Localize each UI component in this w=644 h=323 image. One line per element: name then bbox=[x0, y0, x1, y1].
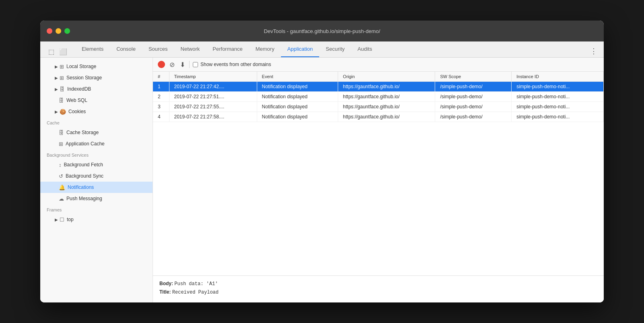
tab-audits[interactable]: Audits bbox=[351, 41, 378, 57]
tabs-bar: ⬚ ⬜ Elements Console Sources Network Per… bbox=[40, 41, 604, 58]
chevron-right-icon: ▶ bbox=[55, 64, 58, 69]
close-button[interactable] bbox=[47, 28, 52, 34]
table-row[interactable]: 32019-07-22 21:27:55....Notification dis… bbox=[153, 102, 604, 112]
col-sw-scope: SW Scope bbox=[435, 72, 512, 82]
detail-title-value: Received Payload bbox=[172, 290, 219, 295]
tab-sources[interactable]: Sources bbox=[142, 41, 174, 57]
table-row[interactable]: 22019-07-22 21:27:51....Notification dis… bbox=[153, 92, 604, 102]
sidebar-item-cookies[interactable]: ▶ 🍪 Cookies bbox=[40, 106, 153, 117]
tab-elements[interactable]: Elements bbox=[75, 41, 110, 57]
col-timestamp: Timestamp bbox=[169, 72, 257, 82]
sidebar-item-cache-storage[interactable]: 🗄 Cache Storage bbox=[40, 127, 153, 138]
record-button[interactable] bbox=[158, 61, 165, 68]
chevron-right-icon: ▶ bbox=[55, 87, 58, 91]
device-toolbar-icon[interactable]: ⬜ bbox=[58, 46, 69, 57]
table-body: 12019-07-22 21:27:42....Notification dis… bbox=[153, 82, 604, 122]
notifications-icon: 🔔 bbox=[59, 184, 65, 190]
clear-button[interactable]: ⊘ bbox=[168, 61, 175, 68]
table-area: # Timestamp Event Origin SW Scope Instan… bbox=[153, 72, 604, 275]
sidebar-item-local-storage[interactable]: ▶ ⊞ Local Storage bbox=[40, 61, 153, 72]
toolbar: ⊘ ⬇ Show events from other domains bbox=[153, 58, 604, 72]
detail-body-value: Push data: 'A1' bbox=[174, 281, 218, 287]
sidebar-item-session-storage[interactable]: ▶ ⊞ Session Storage bbox=[40, 72, 153, 83]
tab-application[interactable]: Application bbox=[281, 41, 320, 57]
tab-console[interactable]: Console bbox=[110, 41, 142, 57]
main-panel: ⊘ ⬇ Show events from other domains # Tim… bbox=[153, 58, 604, 302]
col-num: # bbox=[153, 72, 169, 82]
detail-panel: Body: Push data: 'A1' Title: Received Pa… bbox=[153, 275, 604, 302]
push-messaging-icon: ☁ bbox=[59, 196, 64, 202]
tab-memory[interactable]: Memory bbox=[249, 41, 281, 57]
background-fetch-icon: ↕ bbox=[59, 162, 62, 168]
tab-network[interactable]: Network bbox=[174, 41, 206, 57]
more-options-icon[interactable]: ⋮ bbox=[587, 45, 601, 57]
sidebar-item-top[interactable]: ▶ ☐ top bbox=[40, 214, 153, 225]
window-title: DevTools - gauntface.github.io/simple-pu… bbox=[264, 28, 380, 34]
tab-security[interactable]: Security bbox=[319, 41, 351, 57]
toolbar-separator bbox=[189, 61, 190, 68]
inspect-element-icon[interactable]: ⬚ bbox=[47, 46, 56, 57]
sidebar-item-push-messaging[interactable]: ☁ Push Messaging bbox=[40, 193, 153, 204]
show-events-checkbox-label[interactable]: Show events from other domains bbox=[193, 62, 271, 67]
chevron-right-icon: ▶ bbox=[55, 76, 58, 80]
tabs-right: ⋮ bbox=[587, 45, 601, 57]
chevron-right-icon: ▶ bbox=[55, 110, 58, 114]
cookies-icon: 🍪 bbox=[60, 109, 66, 115]
download-button[interactable]: ⬇ bbox=[179, 61, 186, 68]
sidebar-item-background-fetch[interactable]: ↕ Background Fetch bbox=[40, 159, 153, 170]
show-events-checkbox[interactable] bbox=[193, 62, 198, 67]
background-sync-icon: ↺ bbox=[59, 173, 63, 179]
devtools-window: DevTools - gauntface.github.io/simple-pu… bbox=[40, 21, 604, 302]
devtools-toolbar-icons: ⬚ ⬜ bbox=[43, 46, 72, 57]
cache-section-header: Cache bbox=[40, 117, 153, 127]
table-row[interactable]: 42019-07-22 21:27:58....Notification dis… bbox=[153, 112, 604, 122]
sidebar-item-indexeddb[interactable]: ▶ 🗄 IndexedDB bbox=[40, 83, 153, 95]
application-cache-icon: ⊞ bbox=[59, 141, 63, 147]
sidebar-item-application-cache[interactable]: ⊞ Application Cache bbox=[40, 138, 153, 149]
frames-section-header: Frames bbox=[40, 204, 153, 214]
sidebar: ▶ ⊞ Local Storage ▶ ⊞ Session Storage ▶ … bbox=[40, 58, 153, 302]
traffic-lights bbox=[47, 28, 70, 34]
table-row[interactable]: 12019-07-22 21:27:42....Notification dis… bbox=[153, 82, 604, 92]
titlebar: DevTools - gauntface.github.io/simple-pu… bbox=[40, 21, 604, 41]
col-event: Event bbox=[257, 72, 338, 82]
frame-top-icon: ☐ bbox=[60, 217, 64, 223]
content-area: ▶ ⊞ Local Storage ▶ ⊞ Session Storage ▶ … bbox=[40, 58, 604, 302]
minimize-button[interactable] bbox=[56, 28, 61, 34]
table-header-row: # Timestamp Event Origin SW Scope Instan… bbox=[153, 72, 604, 82]
sidebar-item-web-sql[interactable]: 🗄 Web SQL bbox=[40, 95, 153, 106]
notifications-table: # Timestamp Event Origin SW Scope Instan… bbox=[153, 72, 604, 122]
indexeddb-icon: 🗄 bbox=[60, 86, 65, 92]
detail-title-label: Title: bbox=[159, 289, 171, 295]
background-services-section-header: Background Services bbox=[40, 149, 153, 159]
tab-performance[interactable]: Performance bbox=[206, 41, 249, 57]
sidebar-item-background-sync[interactable]: ↺ Background Sync bbox=[40, 170, 153, 182]
sidebar-item-notifications[interactable]: 🔔 Notifications bbox=[40, 182, 153, 193]
col-instance-id: Instance ID bbox=[512, 72, 604, 82]
session-storage-icon: ⊞ bbox=[60, 75, 64, 81]
local-storage-icon: ⊞ bbox=[60, 64, 64, 70]
web-sql-icon: 🗄 bbox=[59, 97, 64, 104]
detail-title-line: Title: Received Payload bbox=[159, 289, 597, 295]
detail-body-line: Body: Push data: 'A1' bbox=[159, 281, 597, 287]
cache-storage-icon: 🗄 bbox=[59, 130, 64, 136]
maximize-button[interactable] bbox=[64, 28, 70, 34]
col-origin: Origin bbox=[338, 72, 435, 82]
detail-body-label: Body: bbox=[159, 281, 173, 286]
chevron-right-icon: ▶ bbox=[55, 217, 58, 222]
